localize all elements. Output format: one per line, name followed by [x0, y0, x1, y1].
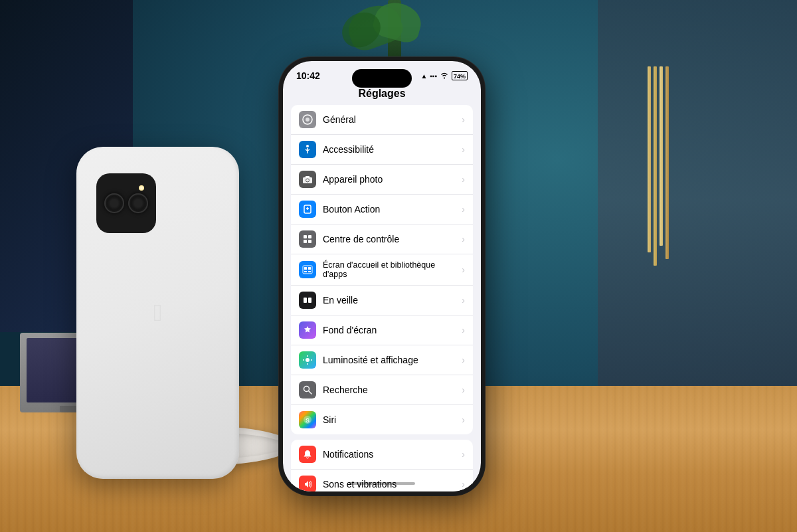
svg-rect-17 [308, 271, 311, 272]
svg-rect-15 [308, 267, 311, 270]
action-icon [299, 201, 316, 218]
camera-module [96, 173, 156, 233]
settings-content: Général › Accessibilité › Appareil p [283, 105, 481, 491]
control-icon [299, 230, 316, 248]
notifications-chevron: › [462, 449, 465, 460]
settings-item-homescreen[interactable]: Écran d'accueil et bibliothèque d'apps › [291, 254, 473, 286]
notifications-icon [299, 446, 316, 463]
svg-point-25 [304, 387, 310, 392]
dynamic-island [352, 69, 412, 88]
search-chevron: › [462, 385, 465, 395]
settings-item-siri[interactable]: S Siri › [291, 405, 473, 434]
svg-rect-18 [304, 298, 307, 303]
wallpaper-icon [299, 321, 316, 339]
control-chevron: › [462, 234, 465, 244]
sounds-chevron: › [462, 479, 465, 489]
display-label: Luminosité et affichage [323, 355, 459, 365]
siri-label: Siri [323, 414, 459, 425]
accessibility-chevron: › [462, 144, 465, 155]
vinyl-records [648, 53, 780, 399]
svg-rect-12 [308, 240, 311, 243]
settings-item-action[interactable]: Bouton Action › [291, 195, 473, 224]
home-indicator [349, 482, 415, 485]
iphone-screen: 10:42 ▲ ▪▪▪ 74% Réglages [283, 61, 481, 491]
status-icons: ▲ ▪▪▪ 74% [420, 71, 468, 80]
settings-item-accessibility[interactable]: Accessibilité › [291, 135, 473, 165]
search-label: Recherche [323, 385, 459, 395]
svg-point-2 [306, 145, 309, 147]
svg-rect-14 [304, 267, 307, 270]
main-camera-lens [104, 193, 124, 213]
homescreen-label: Écran d'accueil et bibliothèque d'apps [323, 260, 459, 279]
svg-rect-19 [308, 298, 311, 303]
iphone-back:  [76, 147, 239, 479]
settings-item-display[interactable]: Luminosité et affichage › [291, 345, 473, 375]
svg-rect-13 [303, 266, 312, 274]
display-chevron: › [462, 355, 465, 365]
wallpaper-chevron: › [462, 325, 465, 335]
svg-rect-10 [308, 235, 311, 238]
svg-point-20 [306, 358, 310, 362]
apple-logo:  [153, 299, 162, 327]
wallpaper-label: Fond d'écran [323, 325, 459, 335]
siri-icon: S [299, 411, 316, 428]
settings-item-general[interactable]: Général › [291, 105, 473, 135]
svg-rect-16 [304, 271, 307, 272]
status-time: 10:42 [296, 70, 320, 81]
siri-chevron: › [462, 414, 465, 425]
wifi-icon [440, 72, 449, 79]
camera-label: Appareil photo [323, 174, 459, 185]
display-icon [299, 351, 316, 369]
ultra-wide-lens [128, 193, 148, 213]
action-label: Bouton Action [323, 204, 459, 215]
svg-point-1 [306, 118, 310, 122]
svg-rect-9 [304, 235, 307, 238]
settings-item-notifications[interactable]: Notifications › [291, 440, 473, 470]
settings-item-control[interactable]: Centre de contrôle › [291, 224, 473, 254]
settings-item-sounds[interactable]: Sons et vibrations › [291, 470, 473, 491]
homescreen-icon [299, 261, 316, 278]
settings-item-wallpaper[interactable]: Fond d'écran › [291, 315, 473, 345]
accessibility-icon [299, 141, 316, 158]
location-icon: ▲ [420, 72, 427, 80]
battery-icon: 74% [452, 71, 468, 80]
general-icon [299, 111, 316, 128]
svg-rect-5 [306, 176, 310, 178]
camera-flash [139, 185, 144, 191]
general-chevron: › [462, 114, 465, 125]
homescreen-chevron: › [462, 264, 465, 275]
svg-rect-11 [304, 240, 307, 243]
accessibility-label: Accessibilité [323, 144, 459, 155]
control-label: Centre de contrôle [323, 234, 459, 244]
svg-text:S: S [306, 417, 310, 424]
camera-chevron: › [462, 174, 465, 185]
svg-line-26 [309, 391, 311, 394]
standby-label: En veille [323, 295, 459, 306]
standby-icon [299, 292, 316, 309]
standby-chevron: › [462, 295, 465, 306]
settings-item-standby[interactable]: En veille › [291, 286, 473, 315]
sounds-icon [299, 476, 316, 491]
search-icon [299, 381, 316, 399]
action-chevron: › [462, 204, 465, 215]
camera-icon [299, 171, 316, 188]
general-label: Général [323, 114, 459, 125]
iphone-front: 10:42 ▲ ▪▪▪ 74% Réglages [279, 57, 485, 495]
settings-group-1: Général › Accessibilité › Appareil p [291, 105, 473, 434]
settings-item-search[interactable]: Recherche › [291, 375, 473, 405]
notifications-label: Notifications [323, 449, 459, 460]
settings-item-camera[interactable]: Appareil photo › [291, 165, 473, 195]
svg-rect-3 [303, 177, 312, 183]
settings-title: Réglages [283, 85, 481, 105]
wifi-bars: ▪▪▪ [430, 72, 437, 80]
